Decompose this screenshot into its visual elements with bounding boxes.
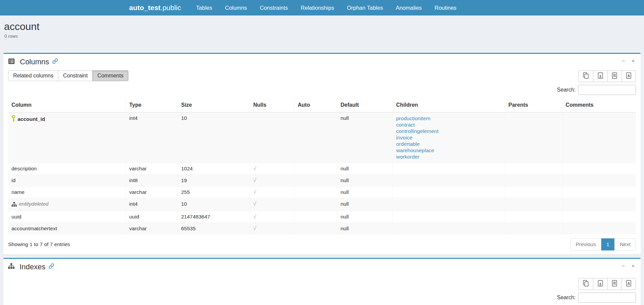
copy-button[interactable] bbox=[578, 278, 593, 290]
column-header-parents[interactable]: Parents bbox=[505, 98, 562, 112]
cell-default: null bbox=[337, 198, 393, 211]
cell-comments bbox=[562, 186, 636, 198]
search-label: Search: bbox=[557, 87, 576, 93]
cell-auto bbox=[294, 112, 337, 163]
nav-item-constraints[interactable]: Constraints bbox=[253, 0, 294, 15]
excel-button[interactable]: x bbox=[593, 278, 608, 290]
table-row: descriptionvarchar1024√null bbox=[8, 163, 636, 174]
tab-related-columns[interactable]: Related columns bbox=[8, 70, 58, 81]
column-header-children[interactable]: Children bbox=[393, 98, 505, 112]
cell-column-name: uuid bbox=[8, 211, 126, 223]
cell-default: null bbox=[337, 163, 393, 174]
search-label: Search: bbox=[557, 295, 576, 301]
pdf-button[interactable]: A bbox=[621, 278, 636, 290]
nullable-checkmark: √ bbox=[253, 201, 256, 207]
close-icon[interactable]: × bbox=[632, 58, 635, 63]
child-table-link-warehouseplace[interactable]: warehouseplace bbox=[396, 147, 501, 154]
brand-schema: auto_test bbox=[129, 4, 160, 11]
csv-icon bbox=[612, 280, 617, 288]
nav-item-routines[interactable]: Routines bbox=[428, 0, 463, 15]
nullable-checkmark: √ bbox=[253, 166, 256, 171]
brand[interactable]: auto_test.public bbox=[129, 4, 181, 12]
cell-parents bbox=[505, 174, 562, 186]
cell-comments bbox=[562, 163, 636, 174]
tab-constraint[interactable]: Constraint bbox=[58, 70, 93, 81]
cell-children bbox=[393, 211, 505, 223]
pagination-next-button[interactable]: Next bbox=[614, 238, 636, 250]
nav-item-relationships[interactable]: Relationships bbox=[294, 0, 340, 15]
column-header-default[interactable]: Default bbox=[337, 98, 393, 112]
column-name-label: accountmatchertext bbox=[11, 226, 57, 231]
pagination-page-1-button[interactable]: 1 bbox=[601, 238, 615, 250]
nav-item-tables[interactable]: Tables bbox=[190, 0, 219, 15]
table-row: account_idint410nullproductionitemcontra… bbox=[8, 112, 636, 163]
child-table-link-productionitem[interactable]: productionitem bbox=[396, 115, 501, 122]
cell-default: null bbox=[337, 223, 393, 234]
excel-button[interactable]: x bbox=[593, 70, 608, 82]
pagination-previous-button[interactable]: Previous bbox=[570, 238, 601, 250]
child-table-link-contract[interactable]: contract bbox=[396, 122, 501, 128]
cell-auto bbox=[294, 174, 337, 186]
cell-nulls: √ bbox=[250, 198, 294, 211]
cell-comments bbox=[562, 174, 636, 186]
csv-icon bbox=[612, 72, 617, 80]
indexes-search-input[interactable] bbox=[578, 293, 636, 303]
column-header-column[interactable]: Column bbox=[8, 98, 126, 112]
close-icon[interactable]: × bbox=[632, 263, 635, 268]
child-table-link-ordertable[interactable]: ordertable bbox=[396, 141, 501, 147]
excel-icon: x bbox=[598, 280, 603, 288]
top-navbar: auto_test.public TablesColumnsConstraint… bbox=[0, 0, 644, 15]
cell-column-name: accountmatchertext bbox=[8, 223, 126, 234]
nav-item-orphan-tables[interactable]: Orphan Tables bbox=[340, 0, 389, 15]
cell-nulls bbox=[250, 112, 294, 163]
pdf-icon: A bbox=[626, 72, 631, 80]
column-header-type[interactable]: Type bbox=[126, 98, 178, 112]
minimize-icon[interactable]: − bbox=[622, 263, 625, 268]
pdf-icon: A bbox=[626, 280, 631, 288]
child-table-link-invoice[interactable]: invoice bbox=[396, 134, 501, 141]
cell-children bbox=[393, 198, 505, 211]
cell-parents bbox=[505, 112, 562, 163]
minimize-icon[interactable]: − bbox=[622, 58, 625, 63]
cell-auto bbox=[294, 163, 337, 174]
cell-type: varchar bbox=[126, 163, 178, 174]
cell-parents bbox=[505, 211, 562, 223]
svg-text:A: A bbox=[627, 74, 630, 77]
cell-auto bbox=[294, 186, 337, 198]
table-row: namevarchar255√null bbox=[8, 186, 636, 198]
nav-item-columns[interactable]: Columns bbox=[219, 0, 253, 15]
column-header-comments[interactable]: Comments bbox=[562, 98, 636, 112]
indexes-panel: Indexes − × xA Search: bbox=[3, 258, 641, 305]
columns-table: ColumnTypeSizeNullsAutoDefaultChildrenPa… bbox=[8, 98, 636, 234]
column-header-auto[interactable]: Auto bbox=[294, 98, 337, 112]
cell-nulls: √ bbox=[250, 211, 294, 223]
nullable-checkmark: √ bbox=[253, 214, 256, 219]
svg-text:A: A bbox=[627, 281, 630, 285]
copy-icon bbox=[583, 280, 589, 288]
copy-button[interactable] bbox=[578, 70, 593, 82]
cell-type: varchar bbox=[126, 186, 178, 198]
sitemap-icon bbox=[11, 202, 17, 208]
cell-children bbox=[393, 186, 505, 198]
column-header-size[interactable]: Size bbox=[178, 98, 250, 112]
anchor-link-icon[interactable] bbox=[49, 263, 54, 270]
csv-button[interactable] bbox=[607, 278, 622, 290]
cell-comments bbox=[562, 112, 636, 163]
cell-parents bbox=[505, 186, 562, 198]
column-header-nulls[interactable]: Nulls bbox=[250, 98, 294, 112]
csv-button[interactable] bbox=[607, 70, 622, 82]
cell-default: null bbox=[337, 211, 393, 223]
child-table-link-workorder[interactable]: workorder bbox=[396, 154, 501, 160]
tab-comments[interactable]: Comments bbox=[92, 70, 128, 81]
cell-children: productionitemcontractcontrollingelement… bbox=[393, 112, 505, 163]
indexes-export-group: xA bbox=[578, 278, 636, 290]
child-table-link-controllingelement[interactable]: controllingelement bbox=[396, 128, 501, 134]
column-name-label: entitydeleted bbox=[19, 201, 49, 207]
nav-item-anomalies[interactable]: Anomalies bbox=[389, 0, 428, 15]
pdf-button[interactable]: A bbox=[621, 70, 636, 82]
brand-catalog: .public bbox=[160, 4, 181, 11]
anchor-link-icon[interactable] bbox=[52, 58, 58, 65]
cell-type: int8 bbox=[126, 174, 178, 186]
column-name-label: account_id bbox=[18, 116, 45, 122]
columns-search-input[interactable] bbox=[578, 85, 636, 95]
